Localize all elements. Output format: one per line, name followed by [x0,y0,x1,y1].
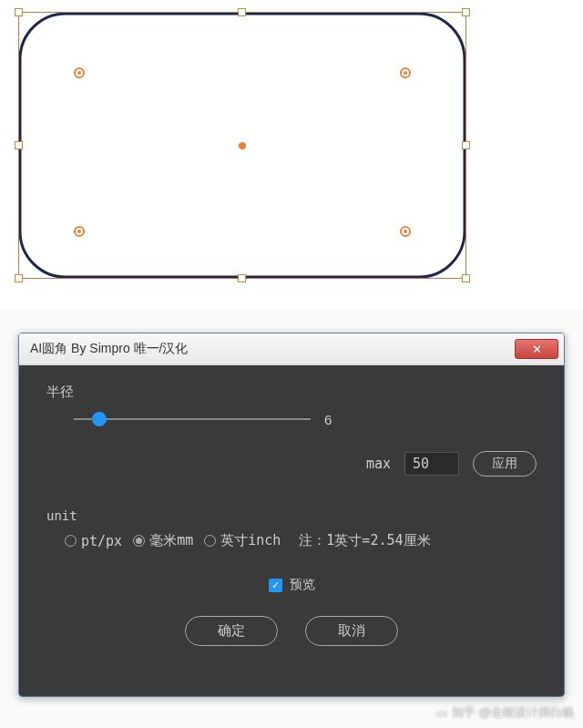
preview-checkbox[interactable]: ✓ [269,579,282,592]
radius-section: 半径 6 max 应用 [46,384,537,477]
anchor-point[interactable] [74,67,85,78]
dialog-title: AI圆角 By Simpro 唯一/汉化 [30,341,188,357]
radius-label: 半径 [46,384,537,401]
radio-icon [204,535,216,547]
apply-button[interactable]: 应用 [473,451,537,477]
center-point[interactable] [239,142,246,149]
resize-handle-bottom-right[interactable] [462,274,470,282]
radio-icon [133,535,145,547]
preview-label: 预览 [290,577,315,593]
max-label: max [366,456,391,472]
resize-handle-middle-left[interactable] [15,141,23,149]
round-corner-dialog: AI圆角 By Simpro 唯一/汉化 ✕ 半径 6 max 应用 unit [18,333,565,697]
anchor-point[interactable] [400,226,411,237]
slider-track [74,418,311,420]
selection-bounding-box[interactable] [18,12,466,279]
resize-handle-bottom-left[interactable] [15,274,23,282]
radio-label: 毫米mm [149,532,193,549]
cancel-button[interactable]: 取消 [305,616,398,646]
dialog-body: 半径 6 max 应用 unit pt/px [19,365,564,696]
resize-handle-top-middle[interactable] [238,8,246,16]
close-icon: ✕ [532,343,542,356]
slider-thumb[interactable] [92,412,107,426]
radio-label: 英寸inch [220,532,281,549]
unit-note: 注：1英寸=2.54厘米 [299,532,430,549]
radio-inch[interactable]: 英寸inch [204,532,281,549]
close-button[interactable]: ✕ [515,339,558,359]
canvas-area [0,0,583,310]
watermark: ▭ 知乎 @全能设计师白杨 [436,704,574,721]
radio-label: pt/px [81,533,122,549]
anchor-point[interactable] [400,67,411,78]
anchor-point[interactable] [74,226,85,237]
dialog-title-bar[interactable]: AI圆角 By Simpro 唯一/汉化 ✕ [19,333,564,365]
unit-label: unit [46,508,537,523]
resize-handle-top-left[interactable] [15,8,23,16]
ok-button[interactable]: 确定 [185,616,278,646]
radio-icon [65,535,77,547]
dialog-buttons: 确定 取消 [46,616,537,646]
preview-row: ✓ 预览 [46,577,537,593]
resize-handle-bottom-middle[interactable] [238,274,246,282]
unit-section: unit pt/px 毫米mm 英寸inch 注：1英寸=2.54厘米 [46,508,537,549]
radius-slider[interactable] [74,410,311,428]
watermark-text: 知乎 @全能设计师白杨 [452,704,574,721]
resize-handle-middle-right[interactable] [462,141,470,149]
radio-mm[interactable]: 毫米mm [133,532,193,549]
resize-handle-top-right[interactable] [462,8,470,16]
max-input[interactable] [404,452,459,476]
zhihu-icon: ▭ [436,706,447,720]
radio-pt-px[interactable]: pt/px [65,533,122,549]
radius-value: 6 [324,412,332,427]
